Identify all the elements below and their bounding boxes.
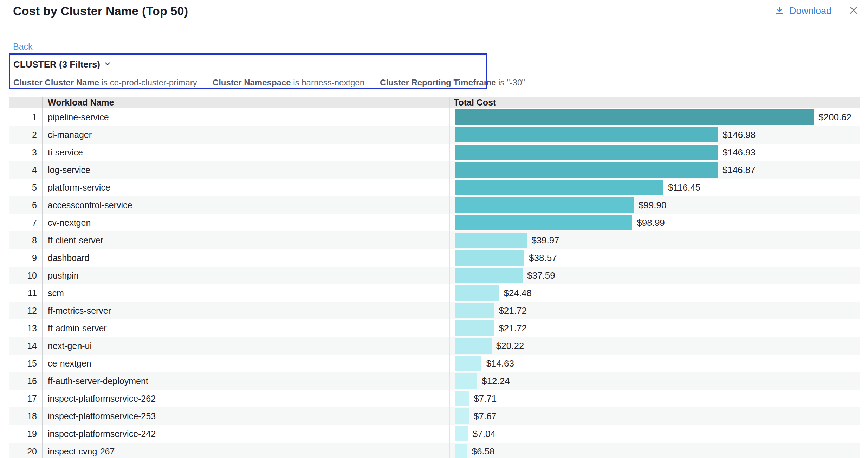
table-row: 11scm$24.48 [9, 284, 860, 302]
workload-name: scm [43, 284, 450, 302]
filter-field: Cluster Reporting Timeframe [380, 78, 498, 87]
filter-condition: Cluster Reporting Timeframe is "-30" [380, 78, 525, 88]
cost-cell: $38.57 [450, 249, 860, 267]
cost-table[interactable]: Workload Name Total Cost 1pipeline-servi… [9, 97, 860, 458]
cost-bar [455, 303, 494, 318]
cost-bar [455, 180, 663, 195]
cost-cell: $6.58 [450, 443, 860, 458]
cost-cell: $146.87 [450, 161, 860, 179]
download-button[interactable]: Download [775, 6, 831, 17]
close-button[interactable] [848, 5, 860, 17]
workload-name: ci-manager [43, 126, 450, 144]
cost-value: $7.71 [474, 393, 497, 404]
table-row: 19inspect-platformservice-242$7.04 [9, 425, 860, 443]
cost-bar [455, 109, 814, 125]
cost-bar [455, 391, 469, 406]
filter-field: Cluster Cluster Name [13, 78, 102, 87]
table-body: 1pipeline-service$200.622ci-manager$146.… [9, 108, 860, 458]
cost-cell: $37.59 [450, 267, 860, 284]
row-rank: 5 [9, 179, 43, 196]
cost-value: $39.97 [531, 235, 559, 246]
cost-bar [455, 320, 494, 336]
table-row: 18inspect-platformservice-253$7.67 [9, 407, 860, 425]
cost-value: $37.59 [527, 270, 555, 281]
table-row: 5platform-service$116.45 [9, 179, 860, 196]
cost-bar [455, 145, 718, 160]
cost-cell: $99.90 [450, 196, 860, 214]
workload-name: next-gen-ui [43, 337, 450, 355]
filter-conditions: Cluster Cluster Name is ce-prod-cluster-… [13, 78, 483, 88]
row-rank: 15 [9, 355, 43, 372]
filter-group-label: CLUSTER (3 Filters) [13, 59, 100, 70]
cost-cell: $200.62 [450, 108, 860, 126]
workload-name: ff-client-server [43, 231, 450, 249]
row-rank: 10 [9, 267, 43, 284]
cost-bar [455, 373, 477, 389]
filter-field: Cluster Namespace [213, 78, 293, 87]
cost-value: $116.45 [668, 182, 700, 193]
workload-name: ff-metrics-server [43, 302, 450, 319]
cost-bar [455, 250, 524, 266]
chevron-down-icon [104, 59, 111, 70]
workload-name: inspect-platformservice-262 [43, 390, 450, 407]
cost-bar [455, 356, 481, 371]
row-rank: 7 [9, 214, 43, 231]
cost-cell: $7.04 [450, 425, 860, 443]
row-rank: 19 [9, 425, 43, 443]
filter-panel: CLUSTER (3 Filters) Cluster Cluster Name… [9, 53, 487, 89]
table-row: 1pipeline-service$200.62 [9, 108, 860, 126]
workload-name: ff-auth-server-deployment [43, 372, 450, 390]
filter-value: is "-30" [498, 78, 525, 87]
cost-bar [455, 268, 523, 283]
page-title: Cost by Cluster Name (Top 50) [13, 4, 188, 18]
cost-value: $38.57 [529, 253, 557, 263]
cost-bar [455, 338, 492, 354]
cost-bar [455, 162, 718, 178]
workload-name: log-service [43, 161, 450, 179]
row-rank: 4 [9, 161, 43, 179]
workload-name: inspect-platformservice-253 [43, 407, 450, 425]
cost-value: $146.93 [723, 147, 756, 158]
close-icon [848, 5, 859, 17]
cost-bar [455, 285, 499, 301]
cost-value: $99.90 [639, 200, 667, 211]
cost-cell: $14.63 [450, 355, 860, 372]
row-rank: 1 [9, 108, 43, 126]
row-rank: 8 [9, 231, 43, 249]
download-icon [775, 6, 784, 16]
cost-value: $20.22 [496, 341, 524, 351]
cost-bar [455, 408, 469, 424]
filter-value: is ce-prod-cluster-primary [102, 78, 197, 87]
table-row: 16ff-auth-server-deployment$12.24 [9, 372, 860, 390]
filter-value: is harness-nextgen [293, 78, 364, 87]
cluster-filter-dropdown[interactable]: CLUSTER (3 Filters) [13, 59, 111, 70]
workload-name: ff-admin-server [43, 319, 450, 337]
cost-value: $12.24 [482, 376, 510, 387]
workload-name: pushpin [43, 267, 450, 284]
table-row: 15ce-nextgen$14.63 [9, 355, 860, 372]
cost-cell: $24.48 [450, 284, 860, 302]
table-row: 17inspect-platformservice-262$7.71 [9, 390, 860, 407]
cost-value: $98.99 [637, 217, 665, 228]
cost-bar [455, 127, 718, 142]
cost-bar [455, 197, 634, 213]
row-rank: 11 [9, 284, 43, 302]
cost-value: $7.67 [474, 411, 497, 422]
table-row: 14next-gen-ui$20.22 [9, 337, 860, 355]
workload-name-column-header: Workload Name [43, 97, 450, 108]
workload-name: cv-nextgen [43, 214, 450, 231]
total-cost-column-header: Total Cost [450, 97, 860, 108]
row-rank: 13 [9, 319, 43, 337]
workload-name: inspect-platformservice-242 [43, 425, 450, 443]
cost-value: $24.48 [504, 288, 532, 299]
cost-cell: $146.98 [450, 126, 860, 144]
cost-cell: $116.45 [450, 179, 860, 196]
table-row: 4log-service$146.87 [9, 161, 860, 179]
workload-name: accesscontrol-service [43, 196, 450, 214]
cost-bar [455, 426, 468, 441]
back-link[interactable]: Back [13, 42, 33, 52]
workload-name: inspect-cvng-267 [43, 443, 450, 458]
workload-name: ti-service [43, 144, 450, 161]
workload-name: platform-service [43, 179, 450, 196]
cost-bar [455, 233, 527, 248]
